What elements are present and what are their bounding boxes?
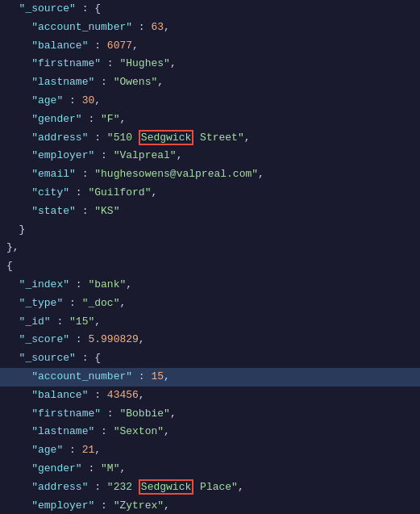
code-text: "firstname" : "Bobbie",: [6, 406, 177, 423]
code-text: "_score" : 5.990829,: [6, 332, 145, 349]
code-text: "_index" : "bank",: [6, 277, 132, 294]
code-text: "_type" : "_doc",: [6, 295, 126, 312]
code-line-highlighted: "account_number" : 15,: [0, 368, 420, 387]
code-text: {: [6, 258, 13, 275]
code-text: "balance" : 6077,: [6, 38, 139, 55]
code-text: "city" : "Guilford",: [6, 185, 157, 202]
code-text: "_source" : {: [6, 1, 101, 18]
code-text: "account_number" : 15,: [6, 369, 170, 386]
code-line: "address" : "510 Sedgwick Street",: [0, 129, 420, 148]
code-line: "gender" : "F",: [0, 111, 420, 129]
code-text: "address" : "510 Sedgwick Street",: [6, 130, 251, 147]
code-text: "account_number" : 63,: [6, 19, 170, 36]
code-line: "_id" : "15",: [0, 313, 420, 332]
code-line: "city" : "Guilford",: [0, 184, 420, 203]
code-line: "gender" : "M",: [0, 460, 420, 478]
code-viewer: "_source" : { "account_number" : 63, "ba…: [0, 0, 420, 514]
code-line: "_type" : "_doc",: [0, 295, 420, 313]
code-line: "state" : "KS": [0, 203, 420, 221]
code-line: "address" : "232 Sedgwick Place",: [0, 478, 420, 497]
sedgwick-highlight-2: Sedgwick: [139, 479, 193, 495]
code-line: "_score" : 5.990829,: [0, 331, 420, 349]
code-text: "gender" : "F",: [6, 111, 126, 128]
code-line: }: [0, 221, 420, 240]
code-line: "_source" : {: [0, 349, 420, 368]
code-text: "lastname" : "Owens",: [6, 74, 164, 91]
code-text: "state" : "KS": [6, 203, 119, 220]
code-text: "lastname" : "Sexton",: [6, 424, 170, 441]
code-text: "gender" : "M",: [6, 461, 126, 478]
code-line: "age" : 21,: [0, 441, 420, 460]
code-line: "firstname" : "Hughes",: [0, 55, 420, 73]
code-line: "balance" : 6077,: [0, 37, 420, 56]
code-line: "firstname" : "Bobbie",: [0, 405, 420, 424]
code-text: "employer" : "Zytrex",: [6, 498, 170, 514]
code-line: "employer" : "Valpreal",: [0, 147, 420, 165]
code-line: "lastname" : "Sexton",: [0, 423, 420, 441]
code-line: "lastname" : "Owens",: [0, 73, 420, 92]
code-text: "age" : 30,: [6, 93, 101, 110]
sedgwick-highlight-1: Sedgwick: [139, 130, 193, 145]
code-line: "_source" : {: [0, 0, 420, 19]
code-text: "address" : "232 Sedgwick Place",: [6, 479, 244, 496]
code-line: "email" : "hughesowens@valpreal.com",: [0, 165, 420, 184]
code-text: },: [6, 240, 19, 257]
code-line: {: [0, 257, 420, 276]
code-text: "age" : 21,: [6, 442, 101, 459]
code-text: "_source" : {: [6, 350, 101, 367]
code-text: }: [6, 222, 25, 239]
code-line: "account_number" : 63,: [0, 19, 420, 37]
code-text: "employer" : "Valpreal",: [6, 148, 182, 165]
code-line: "employer" : "Zytrex",: [0, 497, 420, 514]
code-line: "_index" : "bank",: [0, 276, 420, 295]
code-text: "email" : "hughesowens@valpreal.com",: [6, 166, 264, 183]
code-text: "firstname" : "Hughes",: [6, 56, 177, 73]
code-line: },: [0, 239, 420, 257]
code-text: "_id" : "15",: [6, 314, 101, 331]
code-text: "balance" : 43456,: [6, 387, 145, 404]
code-line: "age" : 30,: [0, 92, 420, 111]
code-line: "balance" : 43456,: [0, 387, 420, 405]
